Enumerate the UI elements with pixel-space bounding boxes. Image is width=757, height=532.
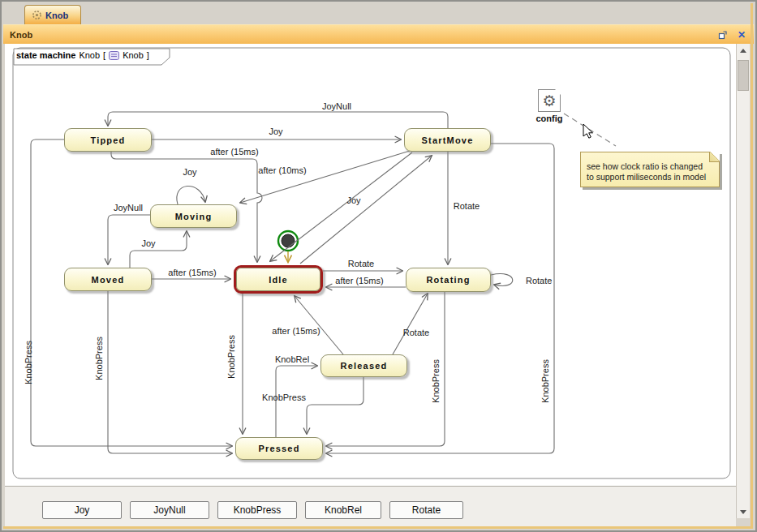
transition-label-t12[interactable]: after (15ms) [335,276,383,285]
transition-label-t14[interactable]: Rotate [526,276,552,285]
frame-open-bracket: [ [103,50,105,60]
window-gold-border-bottom [3,526,751,529]
title-bar: Knob ✕ [3,24,754,44]
transition-label-t6[interactable]: Joy [346,195,361,205]
transition-label-t9[interactable]: Joy [141,238,156,248]
frame-name: Knob [79,50,100,60]
sim-button-knobrel[interactable]: KnobRel [305,501,381,519]
transition-label-t21[interactable]: KnobPress [94,337,104,380]
sim-button-rotate[interactable]: Rotate [389,501,463,519]
note-line-2: to support miliseconds in model [587,172,719,182]
window-restore-icon[interactable] [718,30,728,40]
transition-label-t17[interactable]: KnobPress [262,393,306,402]
transition-label-t7[interactable]: Joy [183,167,197,177]
frame-stereotype: state machine [16,50,75,60]
diagram-canvas[interactable]: JoyNullJoyafter (15ms)after (10ms)JoyJoy… [5,44,736,486]
transition-label-t18[interactable]: after (15ms) [272,326,320,336]
sim-button-joy[interactable]: Joy [42,501,122,519]
application-window: Knob Knob ✕ [0,0,757,532]
transition-label-t23[interactable]: KnobPress [540,359,550,403]
transition-label-t19[interactable]: Rotate [403,328,429,337]
window-title: Knob [3,30,718,40]
state-idle[interactable]: Idle [234,265,323,294]
transition-label-t1[interactable]: JoyNull [322,101,351,111]
transition-label-t8[interactable]: JoyNull [114,203,143,212]
transition-label-t20[interactable]: KnobPress [24,341,33,384]
state-startmove[interactable]: StartMove [404,128,491,152]
scroll-up-arrow-icon[interactable] [738,44,749,57]
transition-label-t16[interactable]: KnobRel [275,354,309,364]
transition-label-t15[interactable]: KnobPress [226,335,236,379]
transition-label-t22[interactable]: KnobPress [431,359,441,403]
transition-label-t2[interactable]: Joy [269,127,283,136]
state-moving[interactable]: Moving [150,204,237,228]
diagram-ref-icon [109,51,119,60]
tab-bar: Knob [2,2,755,24]
frame-header: state machine Knob [ Knob ] [16,50,149,60]
state-tipped[interactable]: Tipped [64,128,152,152]
transition-label-t10[interactable]: after (15ms) [168,268,216,277]
transition-label-t11[interactable]: Rotate [348,259,374,268]
tab-knob[interactable]: Knob [24,5,81,24]
frame-ref-name: Knob [123,50,144,60]
comment-note[interactable]: see how clock ratio is changed to suppor… [580,152,720,187]
simulation-button-panel: JoyJoyNullKnobPressKnobRelRotate [5,486,736,527]
frame-close-bracket: ] [147,50,149,60]
transition-label-t13[interactable]: Rotate [454,201,480,211]
state-moved[interactable]: Moved [64,268,152,291]
vertical-scrollbar[interactable] [736,44,750,518]
transition-label-t4[interactable]: after (10ms) [258,165,306,175]
scrollbar-thumb[interactable] [738,60,749,91]
config-label: config [531,114,567,123]
config-gear-icon[interactable]: ⚙ [538,89,561,112]
sim-button-knobpress[interactable]: KnobPress [217,501,297,519]
scroll-down-arrow-icon[interactable] [738,505,749,518]
state-rotating[interactable]: Rotating [406,268,491,292]
window-gold-border-right [751,3,753,529]
state-released[interactable]: Released [320,354,407,377]
state-pressed[interactable]: Pressed [235,437,323,460]
statemachine-diagram-icon [32,10,42,20]
note-line-1: see how clock ratio is changed [587,161,719,172]
tab-label: Knob [45,11,68,20]
note-fold-corner [709,152,720,162]
sim-button-joynull[interactable]: JoyNull [130,501,209,519]
transition-label-t3[interactable]: after (15ms) [210,147,258,157]
close-icon[interactable]: ✕ [738,30,746,40]
